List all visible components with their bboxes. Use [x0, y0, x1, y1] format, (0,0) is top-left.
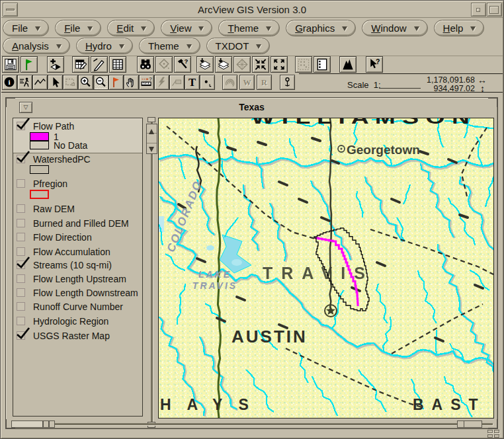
theme-checkbox[interactable] [17, 317, 25, 325]
theme-name[interactable]: Flow Length Downstream [33, 288, 138, 298]
theme-checkbox[interactable] [17, 219, 25, 227]
green-flag-button[interactable] [21, 56, 38, 73]
letter-r-button[interactable]: RR [257, 75, 272, 90]
minimize-button[interactable] [471, 3, 486, 17]
zoom-in-button[interactable] [78, 75, 93, 90]
menu-bar-main: FileFileEditViewThemeGraphicsWindowHelp [3, 20, 503, 38]
red-flag-button[interactable] [108, 75, 124, 90]
theme-checkbox[interactable] [17, 247, 25, 256]
scroll-down-button[interactable] [147, 144, 157, 153]
menu-analysis[interactable]: Analysis [3, 38, 70, 54]
menu-arrow-icon [119, 44, 124, 52]
scrollbar-elevator[interactable] [146, 124, 157, 154]
polyline-button[interactable] [32, 75, 48, 90]
theme-name[interactable]: Raw DEM [33, 204, 75, 214]
theme-checkbox[interactable] [17, 288, 25, 297]
theme-name[interactable]: Flow Accumulation [33, 247, 110, 257]
menu-view[interactable]: View [161, 20, 212, 36]
hand-pan-button[interactable] [124, 75, 139, 90]
menu-graphics[interactable]: Graphics [286, 20, 356, 36]
arrow-help-button[interactable]: ? [366, 56, 383, 73]
theme-checkbox[interactable] [17, 179, 25, 188]
document-list-button[interactable] [314, 56, 331, 73]
theme-checkbox[interactable] [17, 122, 25, 130]
county-top-label: W I L L I A M S O N [251, 118, 470, 128]
menu-help[interactable]: Help [434, 20, 485, 36]
maximize-button[interactable] [487, 3, 502, 17]
theme-name[interactable]: Streams (10 sq-mi) [33, 260, 112, 270]
theme-name[interactable]: WatershedPC [33, 154, 91, 165]
hammer-help-button[interactable]: ? [174, 56, 191, 73]
letter-w-button[interactable]: WW [239, 75, 255, 90]
theme-name[interactable]: USGS Raster Map [33, 331, 110, 341]
menu-hydro[interactable]: Hydro [76, 38, 133, 54]
save-button[interactable] [2, 56, 19, 73]
binoculars-find-icon [138, 57, 153, 72]
hscroll-thumb[interactable] [11, 420, 43, 428]
theme-name[interactable]: Flow Length Upstream [33, 274, 126, 284]
edit-table-button[interactable] [72, 56, 89, 73]
point-tool-button[interactable] [200, 75, 215, 90]
theme-name[interactable]: Burned and Filled DEM [33, 218, 129, 229]
theme-name[interactable]: Pfregion [33, 179, 67, 189]
text-tool-button[interactable]: T [185, 75, 200, 90]
menu-arrow-icon [256, 44, 261, 52]
theme-name[interactable]: Hydrologic Region [33, 316, 108, 327]
pen-tool-button[interactable] [91, 56, 108, 73]
menu-arrow-icon [470, 26, 476, 34]
menu-theme[interactable]: Theme [139, 38, 200, 54]
theme-checkbox[interactable] [17, 274, 25, 283]
histogram-icon [340, 57, 356, 72]
vertical-scrollbar[interactable] [146, 117, 158, 428]
arrows-out-button[interactable] [271, 56, 288, 73]
scrollbar-top-anchor[interactable] [147, 117, 155, 122]
zoom-out-button[interactable] [93, 75, 108, 90]
menu-window[interactable]: Window [362, 20, 427, 36]
menu-file[interactable]: File [55, 20, 101, 36]
theme-checkbox[interactable] [17, 260, 25, 269]
binoculars-find-button[interactable] [137, 56, 154, 73]
lightning-button[interactable] [154, 75, 169, 90]
menu-theme[interactable]: Theme [218, 20, 280, 36]
menu-txdot[interactable]: TXDOT [206, 38, 271, 54]
person-chart-button[interactable] [17, 75, 32, 90]
scale-input[interactable] [379, 79, 421, 89]
theme-name[interactable]: Flow Direction [33, 232, 92, 243]
scroll-drag-box[interactable] [147, 134, 157, 143]
menu-edit[interactable]: Edit [107, 20, 155, 36]
map-canvas[interactable]: W I L L I A M S O N Georgetown COLORADO … [158, 118, 494, 419]
pin-button[interactable] [280, 75, 295, 90]
add-theme-button[interactable] [47, 56, 64, 73]
spiral-button[interactable] [222, 75, 237, 90]
scroll-up-button[interactable] [147, 124, 157, 134]
dotted-grid-button[interactable] [295, 56, 312, 73]
theme-checkbox[interactable] [17, 204, 25, 213]
layers-down-button[interactable] [196, 56, 214, 73]
select-rect-button[interactable] [63, 75, 78, 90]
pointer-button[interactable] [48, 75, 63, 90]
diamond-grid-button[interactable] [233, 56, 251, 73]
theme-name[interactable]: Flow Path [33, 121, 74, 132]
tool-group [280, 75, 295, 90]
table-button[interactable] [109, 56, 126, 73]
arrows-in-icon [253, 57, 269, 72]
theme-checkbox[interactable] [17, 302, 25, 311]
theme-name[interactable]: Runoff Curve Number [33, 301, 123, 312]
hscroll-right-button[interactable] [49, 420, 55, 428]
theme-checkbox[interactable] [17, 155, 25, 163]
measure-button[interactable]: ? [139, 75, 154, 90]
title-bar: ArcView GIS Version 3.0 [1, 1, 503, 18]
layers-down-2-button[interactable] [215, 56, 232, 73]
geocode-diamond-button[interactable] [155, 56, 173, 73]
hscroll-anchor[interactable] [457, 420, 482, 428]
menu-file[interactable]: File [3, 20, 49, 36]
theme-checkbox[interactable] [17, 331, 25, 340]
theme-checkbox[interactable] [17, 233, 25, 241]
hscroll-left-button[interactable] [43, 420, 49, 428]
horizontal-scrollbar[interactable] [10, 420, 495, 428]
histogram-button[interactable] [339, 56, 357, 73]
resize-grip[interactable] [487, 430, 501, 438]
label-tool-button[interactable] [169, 75, 185, 90]
arrows-in-button[interactable] [252, 56, 269, 73]
identify-button[interactable]: i [2, 75, 17, 90]
